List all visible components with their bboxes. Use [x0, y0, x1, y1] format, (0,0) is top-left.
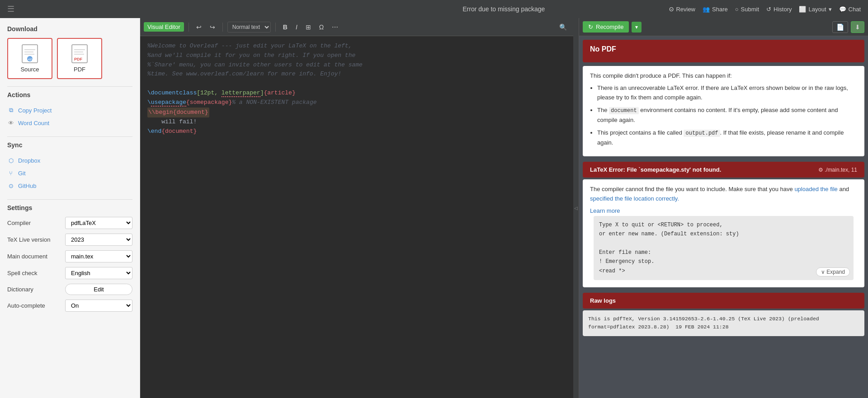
source-label: Source [20, 66, 39, 73]
code-line: %time. See www.overleaf.com/learn for mo… [147, 70, 566, 79]
code-line: \\begin{document} [147, 108, 566, 118]
download-source-button[interactable]: </> Source [7, 38, 52, 79]
main-doc-select[interactable]: main.tex [65, 250, 132, 262]
source-file-icon: </> [22, 44, 38, 63]
text-style-select[interactable]: Normal text Heading 1 Heading 2 [227, 22, 271, 33]
top-bar: ☰ Error due to missing package Ꙩ Review … [0, 0, 868, 18]
error-location: ⚙ ./main.tex, 11 [818, 167, 857, 173]
raw-logs-text: This is pdfTeX, Version 3.141592653-2.6-… [588, 315, 859, 332]
expand-button[interactable]: ∨ Expand [816, 267, 850, 276]
code-line: %and we'll compile it for you on the rig… [147, 51, 566, 61]
svg-text:PDF: PDF [74, 57, 83, 61]
error-description: The compiler cannot find the file you wa… [590, 185, 857, 204]
uploaded-file-link[interactable]: uploaded the file [794, 186, 837, 192]
word-count-button[interactable]: 👁 Word Count [7, 117, 132, 129]
no-pdf-content: This compile didn't produce a PDF. This … [583, 66, 864, 156]
toolbar-divider-3 [275, 23, 276, 32]
learn-more-link[interactable]: Learn more [590, 206, 857, 216]
github-icon: ⊙ [7, 182, 14, 189]
submit-icon: ○ [735, 6, 739, 13]
redo-icon: ↪ [210, 23, 215, 31]
sidebar: Download </> Source [0, 18, 140, 398]
search-icon: 🔍 [559, 23, 567, 31]
symbol-button[interactable]: Ω [316, 22, 326, 33]
dropbox-button[interactable]: ⬡ Dropbox [7, 154, 132, 167]
review-button[interactable]: Ꙩ Review [669, 6, 695, 13]
compiler-row: Compiler pdfLaTeX LaTeX XeLaTeX LuaLaTeX [7, 217, 132, 229]
table-button[interactable]: ⊞ [303, 22, 314, 33]
dictionary-label: Dictionary [7, 286, 61, 293]
download-pdf-button[interactable]: PDF PDF [57, 38, 102, 79]
layout-icon: ⬜ [799, 6, 806, 13]
code-line [147, 79, 566, 89]
recompile-button[interactable]: ↻ Recompile [583, 21, 629, 33]
dropbox-icon: ⬡ [7, 157, 14, 164]
collapse-handle[interactable]: ◁ [573, 18, 579, 398]
toolbar-divider-1 [189, 23, 189, 32]
download-pdf-panel-button[interactable]: ⬇ [851, 21, 864, 33]
divider-2 [7, 136, 132, 137]
recompile-dropdown-button[interactable]: ▾ [632, 22, 642, 33]
dictionary-edit-button[interactable]: Edit [65, 284, 132, 295]
layout-button[interactable]: ⬜ Layout ▾ [799, 6, 831, 13]
raw-logs-header: Raw logs [583, 293, 864, 309]
list-item: There is an unrecoverable LaTeX error. I… [597, 84, 857, 103]
actions-section: Actions ⧉ Copy Project 👁 Word Count [7, 91, 132, 129]
collapse-arrow-icon: ◁ [574, 206, 578, 211]
share-icon: 👥 [703, 6, 710, 13]
bold-button[interactable]: B [280, 22, 290, 33]
undo-button[interactable]: ↩ [193, 22, 204, 33]
italic-icon: I [296, 23, 297, 31]
git-button[interactable]: ⑂ Git [7, 167, 132, 179]
visual-editor-button[interactable]: Visual Editor [144, 22, 184, 32]
spell-check-select[interactable]: English French German [65, 267, 132, 279]
review-icon: Ꙩ [669, 6, 674, 13]
error-detail: The compiler cannot find the file you wa… [583, 179, 864, 287]
toolbar-divider-2 [222, 23, 223, 32]
autocomplete-label: Auto-complete [7, 302, 61, 309]
raw-logs-title: Raw logs [590, 297, 616, 304]
compiler-label: Compiler [7, 220, 61, 226]
italic-button[interactable]: I [293, 22, 300, 33]
undo-icon: ↩ [196, 23, 202, 31]
more-button[interactable]: ⋯ [329, 22, 341, 33]
texlive-select[interactable]: 2023 2022 2021 [65, 234, 132, 246]
main-doc-row: Main document main.tex [7, 250, 132, 262]
main-layout: Download </> Source [0, 18, 868, 398]
compiler-select[interactable]: pdfLaTeX LaTeX XeLaTeX LuaLaTeX [65, 217, 132, 229]
log-text: Type X to quit or <RETURN> to proceed, o… [599, 220, 848, 276]
new-file-button[interactable]: 📄 [832, 21, 848, 33]
github-button[interactable]: ⊙ GitHub [7, 179, 132, 192]
code-editor[interactable]: %Welcome to Overleaf --- just edit your … [140, 36, 573, 398]
no-pdf-title: No PDF [590, 45, 857, 53]
raw-logs-content: This is pdfTeX, Version 3.141592653-2.6-… [583, 310, 864, 336]
chat-button[interactable]: 💬 Chat [839, 6, 861, 13]
code-line: \end{document} [147, 127, 566, 136]
sync-section: Sync ⬡ Dropbox ⑂ Git ⊙ GitHub [7, 141, 132, 192]
spell-check-row: Spell check English French German [7, 267, 132, 279]
download-grid: </> Source PDF PDF [7, 38, 132, 79]
redo-button[interactable]: ↪ [207, 22, 218, 33]
editor-toolbar: Visual Editor ↩ ↪ Normal text Heading 1 … [140, 18, 573, 36]
history-button[interactable]: ↺ History [766, 6, 792, 13]
no-pdf-desc: This compile didn't produce a PDF. This … [590, 71, 857, 81]
more-icon: ⋯ [332, 23, 338, 31]
list-item: This project contains a file called outp… [597, 128, 857, 147]
pdf-file-icon: PDF [71, 44, 88, 63]
search-button[interactable]: 🔍 [557, 22, 570, 33]
divider-1 [7, 86, 132, 87]
file-location-link[interactable]: specified the file location correctly. [590, 195, 679, 202]
copy-project-button[interactable]: ⧉ Copy Project [7, 104, 132, 117]
list-item: The document environment contains no con… [597, 106, 857, 125]
eye-icon: 👁 [7, 119, 14, 126]
table-icon: ⊞ [306, 23, 311, 31]
submit-button[interactable]: ○ Submit [735, 6, 759, 13]
bold-icon: B [283, 23, 288, 31]
share-button[interactable]: 👥 Share [703, 6, 728, 13]
code-line: %Welcome to Overleaf --- just edit your … [147, 42, 566, 51]
code-line: will fail! [147, 117, 566, 127]
main-doc-label: Main document [7, 253, 61, 260]
autocomplete-select[interactable]: On Off [65, 300, 132, 312]
log-box: Type X to quit or <RETURN> to proceed, o… [594, 216, 854, 280]
new-file-icon: 📄 [836, 23, 844, 31]
